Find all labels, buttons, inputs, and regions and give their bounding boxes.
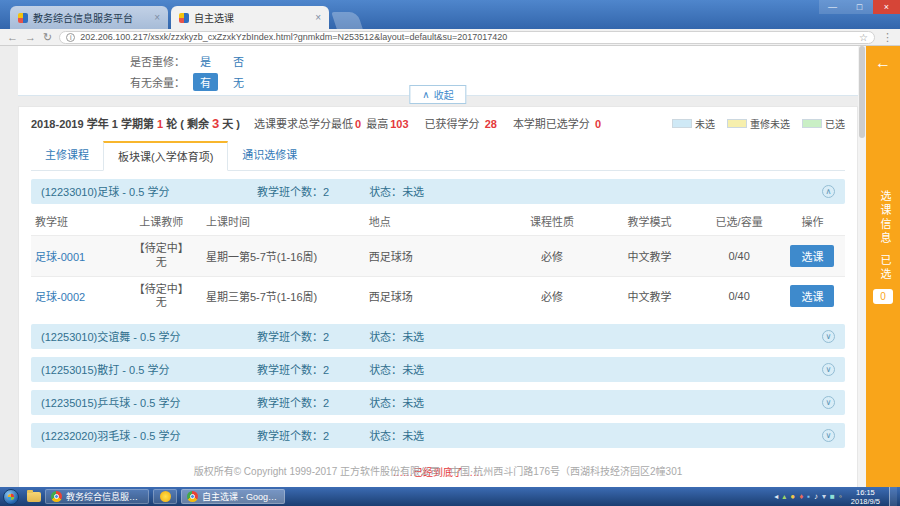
select-course-button[interactable]: 选课 (790, 285, 834, 307)
legend-selected: 已选 (802, 116, 845, 131)
course-group-header[interactable]: (12233010)足球 - 0.5 学分 教学班个数：2 状态：未选 ∧ (31, 179, 845, 204)
category-tabs: 主修课程 板块课(入学体育项) 通识选修课 (31, 141, 845, 171)
quota-option-has[interactable]: 有 (193, 73, 218, 91)
course-group-title: (12232020)羽毛球 - 0.5 学分 (41, 427, 231, 443)
class-name-link[interactable]: 足球-0001 (35, 251, 85, 263)
place-cell: 西足球场 (365, 236, 503, 277)
site-favicon (179, 13, 189, 23)
course-group-title: (12235015)乒乓球 - 0.5 学分 (41, 394, 231, 410)
tray-icon[interactable]: ● (790, 493, 795, 501)
taskbar-app-button[interactable] (153, 489, 177, 504)
tab-close-icon[interactable]: × (315, 13, 321, 23)
group-status: 状态：未选 (369, 328, 424, 344)
url-bar[interactable]: i 202.206.100.217/xsxk/zzxkyzb_cxZzxkYzb… (59, 31, 875, 44)
chevron-down-icon[interactable]: ∨ (822, 396, 835, 409)
tab-block-courses[interactable]: 板块课(入学体育项) (103, 141, 228, 171)
system-tray: ◂ ▴ ● ♦ ▪ ♪ ▾ ■ ◦ 16:152018/9/5 (774, 487, 897, 506)
tray-icon[interactable]: ◦ (839, 493, 842, 501)
collapse-filters-button[interactable]: ∧ 收起 (409, 85, 466, 104)
new-tab-button[interactable] (331, 12, 363, 29)
collapse-sidebar-arrow-icon[interactable]: ← (866, 54, 900, 72)
copyright-footer: 版权所有© Copyright 1999-2017 正方软件股份有限公司 中国·… (18, 463, 858, 478)
class-count: 教学班个数：2 (257, 328, 329, 344)
tray-icon[interactable]: ▴ (782, 493, 786, 501)
capacity-cell: 0/40 (698, 236, 779, 277)
nature-cell: 必修 (503, 236, 601, 277)
page-info-icon[interactable]: i (66, 33, 75, 42)
legend-swatch-blue (672, 119, 692, 128)
course-selection-panel: 2018-2019 学年 1 学期第 1 轮 ( 剩余 3 天 ) 选课要求总学… (18, 106, 858, 487)
forward-icon[interactable]: → (25, 32, 36, 43)
select-course-button[interactable]: 选课 (790, 245, 834, 267)
show-desktop-button[interactable] (889, 487, 897, 506)
window-minimize-button[interactable]: — (819, 0, 846, 14)
retake-option-no[interactable]: 否 (226, 52, 251, 70)
course-group-header[interactable]: (12235015)乒乓球 - 0.5 学分 教学班个数：2 状态：未选 ∨ (31, 390, 845, 415)
back-icon[interactable]: ← (7, 32, 18, 43)
browser-navbar: ← → ↻ i 202.206.100.217/xsxk/zzxkyzb_cxZ… (0, 29, 900, 46)
course-group-header[interactable]: (12232020)羽毛球 - 0.5 学分 教学班个数：2 状态：未选 ∨ (31, 423, 845, 448)
selected-label[interactable]: 已选 (877, 254, 893, 282)
tab-major-courses[interactable]: 主修课程 (31, 141, 103, 170)
filter-row-quota: 有无余量： 有 无 (130, 73, 251, 91)
app-icon (160, 491, 171, 502)
table-header-row: 教学班 上课教师 上课时间 地点 课程性质 教学模式 已选/容量 操作 (31, 207, 845, 236)
legend-swatch-yellow (727, 119, 747, 128)
sidebar-panel-label[interactable]: 选课信息 (877, 190, 893, 246)
tab-title: 自主选课 (194, 10, 310, 25)
teacher-cell: 【待定中】无 (121, 276, 202, 316)
legend-unselected: 未选 (672, 116, 715, 131)
tab-general-electives[interactable]: 通识选修课 (228, 141, 311, 170)
start-button[interactable] (3, 489, 19, 505)
chosen-credits: 本学期已选学分 0 (513, 115, 603, 131)
chrome-icon (187, 491, 198, 502)
chevron-down-icon[interactable]: ∨ (822, 363, 835, 376)
window-close-button[interactable]: × (873, 0, 900, 14)
explorer-folder-icon[interactable] (27, 492, 41, 502)
chevron-down-icon[interactable]: ∨ (822, 429, 835, 442)
tray-icon[interactable]: ♪ (814, 493, 818, 501)
bookmark-star-icon[interactable]: ☆ (859, 32, 868, 43)
taskbar-window-course-select[interactable]: 自主选课 - Goog… (181, 489, 285, 504)
browser-tab-course-select[interactable]: 自主选课 × (171, 6, 329, 29)
group-status: 状态：未选 (369, 394, 424, 410)
tray-icon[interactable]: ♦ (799, 493, 803, 501)
max-credit: 103 (390, 118, 408, 130)
refresh-icon[interactable]: ↻ (43, 32, 52, 43)
quota-option-none[interactable]: 无 (226, 73, 251, 91)
round-number: 1 (157, 118, 163, 130)
course-group-header[interactable]: (12253010)交谊舞 - 0.5 学分 教学班个数：2 状态：未选 ∨ (31, 324, 845, 349)
taskbar-window-portal[interactable]: 教务综合信息服务… (45, 489, 149, 504)
screen: 教务综合信息服务平台 × 自主选课 × — □ × ← → ↻ i 202.20… (0, 0, 900, 506)
browser-tab-portal[interactable]: 教务综合信息服务平台 × (10, 6, 168, 29)
chevron-up-icon[interactable]: ∧ (822, 185, 835, 198)
class-name-link[interactable]: 足球-0002 (35, 291, 85, 303)
status-legend: 未选 重修未选 已选 (672, 116, 845, 131)
course-group-header[interactable]: (12253015)散打 - 0.5 学分 教学班个数：2 状态：未选 ∨ (31, 357, 845, 382)
retake-option-yes[interactable]: 是 (193, 52, 218, 70)
col-time: 上课时间 (202, 207, 365, 236)
tray-icon[interactable]: ■ (830, 493, 835, 501)
col-place: 地点 (365, 207, 503, 236)
browser-menu-icon[interactable]: ⋮ (882, 32, 893, 43)
taskbar-clock: 16:152018/9/5 (851, 488, 880, 506)
teacher-cell: 【待定中】无 (121, 236, 202, 277)
tray-icon[interactable]: ◂ (774, 493, 778, 501)
url-text[interactable]: 202.206.100.217/xsxk/zzxkyzb_cxZzxkYzbIn… (80, 32, 854, 42)
class-count: 教学班个数：2 (257, 183, 329, 199)
term-info-bar: 2018-2019 学年 1 学期第 1 轮 ( 剩余 3 天 ) 选课要求总学… (31, 115, 845, 131)
chevron-up-icon: ∧ (422, 89, 429, 100)
time-cell: 星期一第5-7节(1-16周) (202, 236, 365, 277)
tray-icon[interactable]: ▪ (807, 493, 810, 501)
col-action: 操作 (780, 207, 845, 236)
window-controls: — □ × (819, 0, 900, 14)
class-count: 教学班个数：2 (257, 361, 329, 377)
scrollbar-thumb[interactable] (859, 46, 865, 138)
tab-close-icon[interactable]: × (154, 13, 160, 23)
tray-icon[interactable]: ▾ (822, 493, 826, 501)
col-nature: 课程性质 (503, 207, 601, 236)
mode-cell: 中文教学 (601, 236, 699, 277)
chevron-down-icon[interactable]: ∨ (822, 330, 835, 343)
vertical-scrollbar[interactable] (858, 46, 866, 487)
window-maximize-button[interactable]: □ (846, 0, 873, 14)
